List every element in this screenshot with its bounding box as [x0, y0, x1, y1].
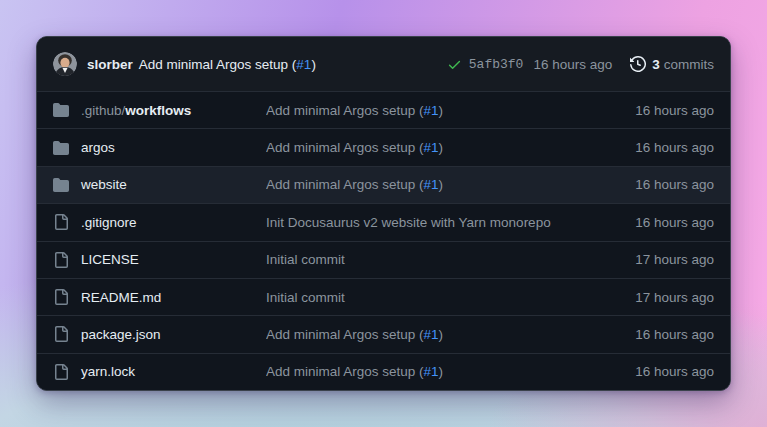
file-name-cell: .github/workflows [53, 102, 266, 118]
folder-icon [53, 140, 69, 156]
row-commit-message[interactable]: Initial commit [266, 290, 589, 305]
pr-link[interactable]: #1 [424, 327, 439, 342]
row-commit-time: 16 hours ago [589, 103, 714, 118]
file-icon [53, 214, 69, 230]
file-name-cell: package.json [53, 326, 266, 342]
file-icon [53, 252, 69, 268]
file-name[interactable]: .gitignore [81, 215, 137, 230]
file-icon [53, 364, 69, 380]
file-name-cell: README.md [53, 289, 266, 305]
row-commit-time: 16 hours ago [589, 327, 714, 342]
file-name-cell: .gitignore [53, 214, 266, 230]
pr-link[interactable]: #1 [424, 140, 439, 155]
pr-link[interactable]: #1 [424, 364, 439, 379]
file-row[interactable]: README.md Initial commit 17 hours ago [37, 278, 730, 315]
file-row[interactable]: package.json Add minimal Argos setup (#1… [37, 315, 730, 352]
file-row[interactable]: LICENSE Initial commit 17 hours ago [37, 241, 730, 278]
file-name[interactable]: website [81, 177, 127, 192]
commit-message[interactable]: Add minimal Argos setup (#1) [139, 57, 316, 72]
commit-meta: 5afb3f0 16 hours ago 3 commits [447, 56, 714, 72]
pr-link[interactable]: #1 [424, 177, 439, 192]
file-list: .github/workflows Add minimal Argos setu… [37, 91, 730, 390]
file-row[interactable]: .gitignore Init Docusaurus v2 website wi… [37, 203, 730, 240]
row-commit-time: 17 hours ago [589, 290, 714, 305]
file-name[interactable]: .github/workflows [81, 103, 191, 118]
file-row[interactable]: yarn.lock Add minimal Argos setup (#1) 1… [37, 353, 730, 390]
commit-author[interactable]: slorber [87, 57, 133, 72]
pr-link[interactable]: #1 [424, 103, 439, 118]
row-commit-time: 16 hours ago [589, 140, 714, 155]
commits-count[interactable]: 3 [652, 57, 660, 72]
file-row[interactable]: website Add minimal Argos setup (#1) 16 … [37, 166, 730, 203]
row-commit-time: 16 hours ago [589, 364, 714, 379]
pr-link[interactable]: #1 [296, 57, 311, 72]
file-icon [53, 326, 69, 342]
row-commit-message[interactable]: Initial commit [266, 252, 589, 267]
folder-icon [53, 177, 69, 193]
row-commit-time: 16 hours ago [589, 177, 714, 192]
commits-label[interactable]: commits [664, 57, 714, 72]
file-name-cell: LICENSE [53, 252, 266, 268]
commit-time: 16 hours ago [533, 57, 612, 72]
file-row[interactable]: argos Add minimal Argos setup (#1) 16 ho… [37, 128, 730, 165]
file-name-cell: argos [53, 140, 266, 156]
file-icon [53, 289, 69, 305]
file-name-cell: yarn.lock [53, 364, 266, 380]
avatar[interactable] [53, 52, 77, 76]
file-name[interactable]: LICENSE [81, 252, 139, 267]
row-commit-time: 17 hours ago [589, 252, 714, 267]
file-name[interactable]: argos [81, 140, 115, 155]
folder-icon [53, 102, 69, 118]
check-icon[interactable] [447, 57, 462, 72]
file-name-cell: website [53, 177, 266, 193]
row-commit-message[interactable]: Add minimal Argos setup (#1) [266, 103, 589, 118]
commit-hash[interactable]: 5afb3f0 [469, 57, 524, 72]
file-row[interactable]: .github/workflows Add minimal Argos setu… [37, 91, 730, 128]
history-icon [630, 56, 646, 72]
row-commit-message[interactable]: Add minimal Argos setup (#1) [266, 140, 589, 155]
file-name[interactable]: package.json [81, 327, 161, 342]
row-commit-message[interactable]: Add minimal Argos setup (#1) [266, 364, 589, 379]
row-commit-message[interactable]: Add minimal Argos setup (#1) [266, 177, 589, 192]
repo-file-browser: slorber Add minimal Argos setup (#1) 5af… [36, 36, 731, 391]
row-commit-message[interactable]: Init Docusaurus v2 website with Yarn mon… [266, 215, 589, 230]
row-commit-message[interactable]: Add minimal Argos setup (#1) [266, 327, 589, 342]
latest-commit-header: slorber Add minimal Argos setup (#1) 5af… [37, 37, 730, 91]
row-commit-time: 16 hours ago [589, 215, 714, 230]
file-name[interactable]: README.md [81, 290, 161, 305]
file-name[interactable]: yarn.lock [81, 364, 135, 379]
